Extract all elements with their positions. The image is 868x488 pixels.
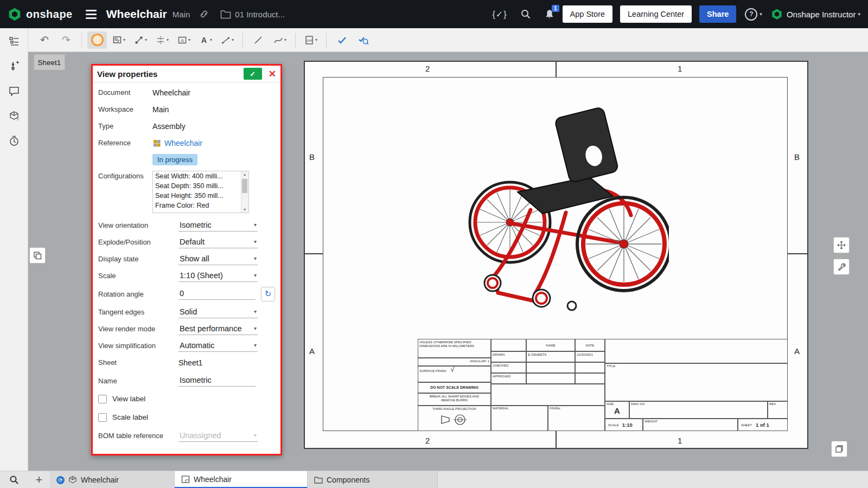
ordinate-dimension-button[interactable]: ▾: [152, 31, 172, 49]
drawing-tab-icon: [181, 475, 190, 484]
chevron-down-icon: ▾: [254, 309, 257, 314]
account-menu-button[interactable]: Onshape Instructor ▾: [771, 8, 860, 20]
add-tab-button[interactable]: +: [28, 471, 50, 488]
notification-badge: 1: [552, 5, 559, 12]
centerline-button[interactable]: ▾: [218, 31, 237, 49]
view-simplification-dropdown[interactable]: Automatic▾: [178, 340, 258, 352]
scroll-down-icon[interactable]: ▾: [241, 207, 248, 212]
share-button[interactable]: Share: [699, 5, 736, 23]
svg-text:A: A: [201, 36, 207, 44]
finish-label: FINISH: [548, 406, 605, 431]
zone-tick: [556, 61, 557, 77]
scrollbar-thumb[interactable]: [242, 179, 247, 193]
sheet1-tab[interactable]: Sheet1: [34, 54, 65, 70]
note-button[interactable]: A ▾: [174, 31, 194, 49]
sheets-panel-button[interactable]: [6, 33, 22, 49]
configuration-item[interactable]: Seat Depth: 350 milli...: [153, 181, 248, 191]
tab-wheelchair-assembly[interactable]: ⟳ Wheelchair: [50, 471, 175, 488]
history-panel-button[interactable]: [6, 133, 22, 149]
search-tabs-button[interactable]: [0, 471, 28, 488]
export-dxf-button[interactable]: DXF ▾: [301, 31, 321, 49]
tangent-edges-dropdown[interactable]: Solid▾: [178, 306, 258, 318]
explode-position-dropdown[interactable]: Default▾: [178, 236, 258, 248]
configurations-list[interactable]: Seat Width: 400 milli... Seat Depth: 350…: [152, 171, 249, 213]
rotation-angle-input[interactable]: [178, 288, 256, 300]
wheelchair-view[interactable]: [465, 104, 669, 313]
bom-table-reference-dropdown[interactable]: Unassigned▾: [178, 430, 258, 442]
left-sidebar: ?: [0, 28, 28, 471]
main-menu-icon[interactable]: [86, 10, 97, 19]
inspect-check-button[interactable]: [354, 31, 373, 49]
configurations-label: Configurations: [98, 171, 152, 180]
sheet-value: Sheet1: [178, 358, 202, 367]
tolerance-note: UNLESS OTHERWISE SPECIFIED:: [419, 341, 489, 344]
reference-link[interactable]: Wheelchair: [164, 139, 202, 147]
configurations-scrollbar[interactable]: ▴ ▾: [241, 171, 248, 213]
dimension-button[interactable]: ▾: [131, 31, 150, 49]
app-store-button[interactable]: App Store: [563, 5, 613, 23]
panels-icon: [33, 251, 42, 260]
comments-panel-button[interactable]: [6, 83, 22, 99]
sync-icon: ⟳: [56, 476, 65, 484]
configuration-item[interactable]: Seat Height: 350 mill...: [153, 191, 248, 201]
configuration-item[interactable]: Frame Color: Red: [153, 201, 248, 210]
zone-label: B: [794, 152, 800, 162]
scale-label-checkbox[interactable]: [98, 413, 107, 422]
parts-list-panel-button[interactable]: ?: [6, 108, 22, 124]
line-tool-button[interactable]: [248, 31, 268, 49]
chevron-down-icon: ▾: [254, 325, 257, 331]
spline-tool-button[interactable]: ▾: [270, 31, 290, 49]
sheet-gallery-button[interactable]: [831, 441, 847, 457]
learning-center-button[interactable]: Learning Center: [620, 5, 692, 23]
display-state-label: Display state: [98, 255, 178, 263]
link-icon[interactable]: [199, 9, 209, 20]
toolbar-divider: [242, 33, 243, 47]
view-label-checkbox[interactable]: [98, 395, 107, 403]
spline-icon: [273, 35, 283, 45]
dialog-header[interactable]: View properties ✓ ✕: [93, 66, 280, 82]
scale-dropdown[interactable]: 1:10 (Sheet)▾: [178, 270, 258, 282]
ordinate-dimension-icon: [156, 35, 165, 45]
configuration-item[interactable]: Seat Width: 400 milli...: [153, 171, 248, 181]
view-orientation-dropdown[interactable]: Isometric▾: [178, 220, 258, 232]
drawn-name: E.OSHEETS: [526, 351, 575, 362]
reset-rotation-button[interactable]: ↻: [261, 287, 275, 301]
zone-tick: [788, 253, 808, 254]
configurations-panel-button[interactable]: [6, 58, 22, 74]
pan-tool-button[interactable]: [833, 237, 850, 253]
view-name-input[interactable]: [178, 375, 256, 387]
folder-breadcrumb[interactable]: 01 Introduct...: [235, 10, 285, 19]
undo-button[interactable]: ↶: [35, 31, 54, 49]
versions-icon[interactable]: {✓}: [492, 9, 507, 20]
chevron-down-icon: ▾: [254, 239, 257, 245]
zone-label: 1: [678, 64, 682, 73]
check-sketch-button[interactable]: [332, 31, 352, 49]
search-icon[interactable]: [520, 9, 531, 20]
sheets-panel-toggle-button[interactable]: [29, 247, 46, 264]
line-icon: [253, 35, 263, 45]
view-render-mode-dropdown[interactable]: Best performance▾: [178, 323, 258, 335]
third-angle-projection-symbol: [439, 413, 470, 427]
text-icon: A: [199, 35, 209, 45]
onshape-logo-icon[interactable]: [8, 7, 22, 21]
tools-button[interactable]: [833, 259, 850, 275]
update-views-button[interactable]: [87, 31, 107, 49]
tab-label: Wheelchair: [81, 476, 119, 484]
accept-button[interactable]: ✓: [244, 68, 262, 80]
surface-finish-symbol: √: [450, 368, 454, 371]
text-button[interactable]: A ▾: [196, 31, 215, 49]
top-header-bar: onshape Wheelchair Main 01 Introduct... …: [0, 0, 868, 28]
scroll-up-icon[interactable]: ▴: [241, 172, 248, 177]
rear-wheel-right: [577, 197, 669, 291]
tab-components-folder[interactable]: Components: [308, 471, 438, 488]
dxf-file-icon: DXF: [304, 35, 314, 45]
close-icon[interactable]: ✕: [269, 68, 276, 80]
redo-button[interactable]: ↷: [56, 31, 76, 49]
workspace-label: Workspace: [98, 105, 152, 113]
help-menu-button[interactable]: ? ▾: [745, 8, 762, 21]
notifications-bell-icon[interactable]: 1: [544, 9, 555, 20]
tab-wheelchair-drawing[interactable]: Wheelchair: [175, 471, 308, 488]
chevron-down-icon: ▾: [858, 11, 860, 17]
insert-view-button[interactable]: ▾: [109, 31, 129, 49]
display-state-dropdown[interactable]: Show all▾: [178, 253, 258, 265]
